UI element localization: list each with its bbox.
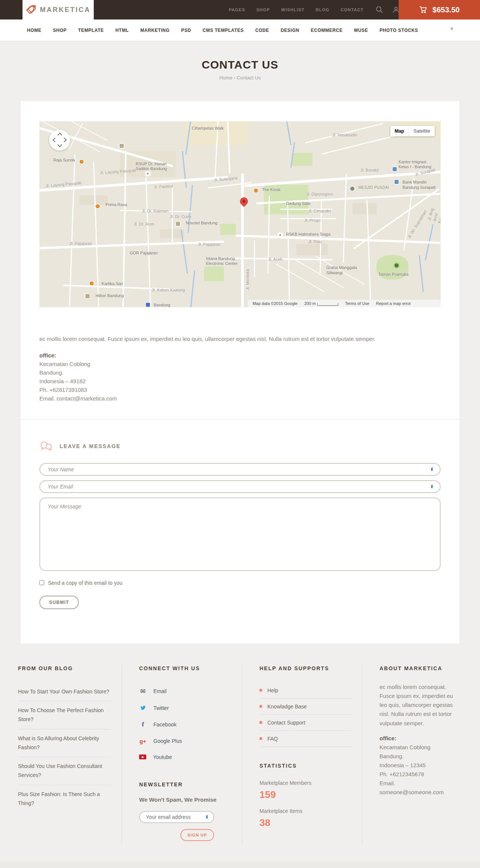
address-line: Indonesia – 49182 [39, 377, 441, 385]
category-nav-item[interactable]: ECOMMERCE [311, 28, 343, 33]
category-nav-item[interactable]: HTML [116, 28, 129, 33]
footer-help-column: HELP AND SUPPORTS Help Knowladge Base [242, 665, 362, 845]
blog-post-link[interactable]: How To Start Your Own Fashion Store? [18, 683, 111, 702]
google-map[interactable]: Map Satellite Map data ©2015 Google 200 … [39, 121, 441, 307]
hospital-poi-icon[interactable]: + [278, 233, 282, 237]
map-report-error-link[interactable]: Report a map error [376, 301, 411, 306]
footer-about-title: ABOUT MARKETICA [380, 665, 453, 671]
map-scalebar [317, 303, 338, 306]
map-label: Kantor Imigrasi Kelas I - Bandung [399, 160, 431, 170]
top-nav-item[interactable]: WISHLIST [281, 7, 304, 12]
submit-button[interactable]: SUBMIT [39, 596, 79, 609]
pan-up-icon[interactable] [57, 133, 62, 137]
help-link[interactable]: Knowladge Base [260, 699, 351, 715]
mosque-poi-icon[interactable] [350, 187, 354, 191]
map-area [220, 224, 236, 235]
square-bullet-icon [260, 689, 262, 692]
map-road [254, 240, 255, 277]
message-textarea[interactable] [39, 497, 441, 571]
social-link[interactable]: Youtube [139, 749, 231, 765]
blog-post-link[interactable]: What is So Alluring About Celebrity Fash… [18, 729, 111, 757]
pen-icon: ✒ [429, 484, 436, 489]
map-river [190, 270, 195, 307]
category-nav-item[interactable]: SHOP [53, 28, 66, 33]
map-label: Kartika Sari [102, 281, 123, 287]
map-label: Jl. Aceh [268, 257, 283, 262]
category-nav-item[interactable]: MARKETING [140, 28, 170, 33]
map-river [286, 121, 292, 145]
stat-value: 38 [260, 817, 351, 829]
social-link[interactable]: f Facebook [139, 716, 231, 733]
name-input[interactable] [39, 463, 441, 476]
top-nav-item[interactable]: CONTACT [340, 7, 363, 12]
category-nav-item[interactable]: CODE [255, 28, 269, 33]
bank-poi-icon[interactable] [393, 167, 397, 171]
pan-right-icon[interactable] [62, 137, 67, 142]
map-label: Jl. Pajajaran [198, 242, 221, 247]
hotel-poi-icon[interactable] [176, 222, 180, 226]
category-nav-item[interactable]: HOME [27, 28, 41, 33]
pan-down-icon[interactable] [57, 142, 62, 147]
map-label: Jl. Dr. Rum [134, 222, 154, 227]
map-marker-pin[interactable] [238, 196, 250, 207]
hotel-poi-icon[interactable] [120, 144, 124, 148]
category-nav-item[interactable]: DESIGN [280, 28, 299, 33]
brand-logo[interactable]: MARKETICA [22, 0, 94, 19]
signup-row: SIGN UP [139, 829, 214, 841]
send-copy-checkbox[interactable] [39, 580, 44, 585]
square-bullet-icon [260, 721, 262, 724]
office-address-block: office: Kecamatan CoblongBandung.Indones… [39, 351, 441, 403]
map-pan-control[interactable] [49, 130, 70, 151]
blog-post-link[interactable]: How To Choose The Perfect Fashion Store? [18, 701, 111, 729]
office-label: office: [39, 351, 441, 360]
pan-left-icon[interactable] [52, 137, 57, 142]
help-link-label: Help [267, 687, 278, 693]
category-nav-item[interactable]: TEMPLATE [78, 28, 104, 33]
blog-post-link[interactable]: Plus Size Fashion: Is There Such a Thing… [18, 785, 111, 813]
footer-help-links: Help Knowladge Base Contact Support [260, 683, 351, 747]
search-icon[interactable] [376, 6, 383, 13]
bank-poi-icon[interactable] [394, 180, 399, 184]
chevron-double-down-icon[interactable]: » [449, 27, 455, 30]
category-nav-item[interactable]: MUSE [354, 28, 368, 33]
map-section: Map Satellite Map data ©2015 Google 200 … [21, 101, 459, 419]
category-nav-item[interactable]: CMS TEMPLATES [202, 28, 244, 33]
hotel-poi-icon[interactable] [86, 294, 90, 298]
social-link[interactable]: g+ Google Plus [139, 733, 231, 749]
hospital-poi-icon[interactable]: + [146, 172, 150, 176]
top-nav-item[interactable]: BLOG [316, 7, 330, 12]
tag-icon [26, 4, 36, 15]
address-line: Ph. +6212345678 [380, 770, 453, 779]
restaurant-poi-icon[interactable] [96, 204, 100, 208]
name-field-wrap: ✒ [39, 463, 441, 476]
signup-button[interactable]: SIGN UP [180, 829, 214, 841]
restaurant-poi-icon[interactable] [254, 188, 258, 193]
map-label: Jl. Bondol [360, 168, 378, 173]
map-terms-link[interactable]: Terms of Use [345, 301, 369, 306]
help-link-label: Knowladge Base [267, 704, 307, 710]
stat-item: Marketplace Items 38 [260, 808, 351, 829]
transit-poi-icon[interactable] [146, 303, 150, 307]
email-input[interactable] [39, 480, 441, 493]
square-bullet-icon [260, 705, 262, 708]
newsletter-email-input[interactable] [139, 811, 214, 823]
blog-post-link[interactable]: Should You Use Fashion Consultant Servic… [18, 757, 111, 785]
restaurant-poi-icon[interactable] [80, 160, 84, 164]
social-link[interactable]: Twitter [139, 700, 231, 716]
help-link[interactable]: FAQ [260, 731, 351, 747]
top-nav-item[interactable]: PAGES [229, 7, 245, 12]
map-type-map-button[interactable]: Map [390, 126, 409, 136]
category-nav-item[interactable]: PSD [181, 28, 191, 33]
help-link[interactable]: Contact Support [260, 715, 351, 731]
cart-button[interactable]: $653.50 [399, 0, 480, 19]
breadcrumb-home[interactable]: Home [219, 75, 232, 81]
map-label: MESJID PUSDAI [358, 185, 389, 190]
restaurant-poi-icon[interactable] [90, 281, 94, 285]
category-nav-item[interactable]: PHOTO STOCKS [380, 28, 418, 33]
footer-connect-title: CONNECT WITH US [139, 665, 231, 671]
header-icons [376, 6, 400, 13]
social-link[interactable]: ✉ Email [139, 683, 231, 700]
map-type-satellite-button[interactable]: Satellite [409, 126, 435, 136]
top-nav-item[interactable]: SHOP [256, 7, 270, 12]
help-link[interactable]: Help [260, 683, 351, 699]
